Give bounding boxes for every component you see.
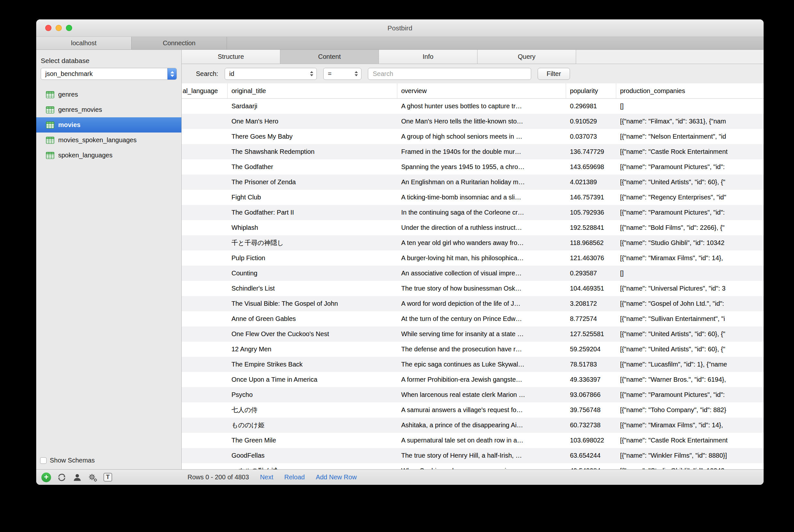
cell-original-language[interactable] <box>182 129 228 144</box>
search-operator-select[interactable]: = <box>323 68 361 80</box>
table-row[interactable]: もののけ姫 Ashitaka, a prince of the disappea… <box>182 418 763 433</box>
cell-original-title[interactable]: 12 Angry Men <box>228 342 397 357</box>
tab-info[interactable]: Info <box>379 50 477 64</box>
cell-popularity[interactable]: 121.463076 <box>566 250 616 266</box>
cell-production-companies[interactable]: [{"name": "Castle Rock Entertainment <box>616 433 763 448</box>
table-row[interactable]: Pulp Fiction A burger-loving hit man, hi… <box>182 250 763 266</box>
tab-structure[interactable]: Structure <box>182 50 280 64</box>
cell-popularity[interactable]: 0.910529 <box>566 114 616 129</box>
cell-original-title[interactable]: Schindler's List <box>228 281 397 296</box>
cell-popularity[interactable]: 8.772574 <box>566 311 616 326</box>
cell-overview[interactable]: The epic saga continues as Luke Skywal… <box>397 357 566 372</box>
cell-original-language[interactable] <box>182 311 228 326</box>
cell-overview[interactable]: A ten year old girl who wanders away fro… <box>397 235 566 250</box>
cell-original-title[interactable]: Fight Club <box>228 190 397 205</box>
cell-original-title[interactable]: The Godfather: Part II <box>228 205 397 220</box>
cell-overview[interactable]: A samurai answers a village's request fo… <box>397 402 566 418</box>
cell-original-title[interactable]: ハウルの動く城 <box>228 463 397 469</box>
cell-original-language[interactable] <box>182 144 228 159</box>
cell-overview[interactable]: The true story of Henry Hill, a half-Iri… <box>397 448 566 463</box>
cell-overview[interactable]: Ashitaka, a prince of the disappearing A… <box>397 418 566 433</box>
table-row[interactable]: One Man's Hero One Man's Hero tells the … <box>182 114 763 129</box>
cell-original-title[interactable]: Once Upon a Time in America <box>228 372 397 387</box>
search-input[interactable] <box>368 68 531 80</box>
cell-popularity[interactable]: 49.336397 <box>566 372 616 387</box>
sidebar-table-item-spoken-languages[interactable]: spoken_languages <box>36 148 182 163</box>
filter-button[interactable]: Filter <box>537 68 570 80</box>
cell-popularity[interactable]: 59.259204 <box>566 342 616 357</box>
table-row[interactable]: The Shawshank Redemption Framed in the 1… <box>182 144 763 159</box>
cell-overview[interactable]: Framed in the 1940s for the double mur… <box>397 144 566 159</box>
cell-overview[interactable]: When Sophie, a shy young woman, is cu… <box>397 463 566 469</box>
cell-original-title[interactable]: Psycho <box>228 387 397 402</box>
cell-original-language[interactable] <box>182 357 228 372</box>
table-row[interactable]: The Godfather Spanning the years 1945 to… <box>182 159 763 174</box>
cell-production-companies[interactable]: [{"name": "United Artists", "id": 60}, {… <box>616 326 763 342</box>
cell-overview[interactable]: A supernatural tale set on death row in … <box>397 433 566 448</box>
sidebar-table-item-genres-movies[interactable]: genres_movies <box>36 102 182 117</box>
cell-popularity[interactable]: 0.293587 <box>566 266 616 281</box>
cell-popularity[interactable]: 63.654244 <box>566 448 616 463</box>
column-header-production-companies[interactable]: production_companies <box>616 83 763 98</box>
cell-production-companies[interactable]: [{"name": "United Artists", "id": 60}, {… <box>616 342 763 357</box>
table-row[interactable]: 12 Angry Men The defense and the prosecu… <box>182 342 763 357</box>
cell-overview[interactable]: At the turn of the century on Prince Edw… <box>397 311 566 326</box>
cell-production-companies[interactable]: [{"name": "Bold Films", "id": 2266}, {" <box>616 220 763 235</box>
cell-original-language[interactable] <box>182 402 228 418</box>
cell-overview[interactable]: A ticking-time-bomb insomniac and a sli… <box>397 190 566 205</box>
cell-production-companies[interactable]: [{"name": "Miramax Films", "id": 14}, <box>616 418 763 433</box>
cell-original-language[interactable] <box>182 250 228 266</box>
tab-localhost[interactable]: localhost <box>36 37 132 50</box>
cell-production-companies[interactable]: [{"name": "Toho Company", "id": 882} <box>616 402 763 418</box>
cell-original-language[interactable] <box>182 418 228 433</box>
column-header-original-language[interactable]: al_language <box>182 83 228 98</box>
cell-production-companies[interactable]: [] <box>616 266 763 281</box>
cell-popularity[interactable]: 0.296981 <box>566 99 616 114</box>
table-row[interactable]: The Prisoner of Zenda An Englishman on a… <box>182 174 763 190</box>
minimize-button[interactable] <box>56 25 62 31</box>
cell-production-companies[interactable]: [{"name": "Castle Rock Entertainment <box>616 144 763 159</box>
cell-original-title[interactable]: One Flew Over the Cuckoo's Nest <box>228 326 397 342</box>
table-row[interactable]: One Flew Over the Cuckoo's Nest While se… <box>182 326 763 342</box>
cell-overview[interactable]: A ghost hunter uses bottles to capture t… <box>397 99 566 114</box>
cell-original-language[interactable] <box>182 114 228 129</box>
cell-production-companies[interactable]: [{"name": "Studio Ghibli", "id": 10342 <box>616 463 763 469</box>
cell-production-companies[interactable]: [{"name": "Paramount Pictures", "id": <box>616 387 763 402</box>
cell-original-language[interactable] <box>182 433 228 448</box>
cell-overview[interactable]: One Man's Hero tells the little-known st… <box>397 114 566 129</box>
cell-popularity[interactable]: 192.528841 <box>566 220 616 235</box>
add-new-row-link[interactable]: Add New Row <box>316 474 357 481</box>
cell-original-language[interactable] <box>182 205 228 220</box>
cell-popularity[interactable]: 104.469351 <box>566 281 616 296</box>
cell-original-language[interactable] <box>182 387 228 402</box>
cell-original-language[interactable] <box>182 99 228 114</box>
table-row[interactable]: GoodFellas The true story of Henry Hill,… <box>182 448 763 463</box>
cell-overview[interactable]: A burger-loving hit man, his philosophic… <box>397 250 566 266</box>
column-header-overview[interactable]: overview <box>397 83 566 98</box>
cell-production-companies[interactable]: [{"name": "Universal Pictures", "id": 3 <box>616 281 763 296</box>
cell-production-companies[interactable]: [] <box>616 99 763 114</box>
cell-original-language[interactable] <box>182 159 228 174</box>
cell-overview[interactable]: When larcenous real estate clerk Marion … <box>397 387 566 402</box>
database-select[interactable]: json_benchmark <box>41 68 177 80</box>
cell-popularity[interactable]: 127.525581 <box>566 326 616 342</box>
cell-popularity[interactable]: 93.067866 <box>566 387 616 402</box>
table-row[interactable]: Counting An associative collection of vi… <box>182 266 763 281</box>
cell-original-language[interactable] <box>182 296 228 311</box>
cell-overview[interactable]: A word for word depiction of the life of… <box>397 296 566 311</box>
column-header-original-title[interactable]: original_title <box>228 83 397 98</box>
cell-popularity[interactable]: 143.659698 <box>566 159 616 174</box>
sidebar-table-item-movies[interactable]: movies <box>36 117 182 133</box>
cell-popularity[interactable]: 3.208172 <box>566 296 616 311</box>
cell-original-title[interactable]: もののけ姫 <box>228 418 397 433</box>
cell-popularity[interactable]: 0.037073 <box>566 129 616 144</box>
search-column-select[interactable]: id <box>225 68 317 80</box>
table-row[interactable]: 千と千尋の神隠し A ten year old girl who wanders… <box>182 235 763 250</box>
cell-production-companies[interactable]: [{"name": "Winkler Films", "id": 8880}] <box>616 448 763 463</box>
cell-original-language[interactable] <box>182 448 228 463</box>
cell-production-companies[interactable]: [{"name": "Paramount Pictures", "id": <box>616 205 763 220</box>
table-row[interactable]: The Empire Strikes Back The epic saga co… <box>182 357 763 372</box>
cell-original-title[interactable]: The Empire Strikes Back <box>228 357 397 372</box>
cell-original-title[interactable]: The Godfather <box>228 159 397 174</box>
users-button[interactable] <box>72 473 82 482</box>
